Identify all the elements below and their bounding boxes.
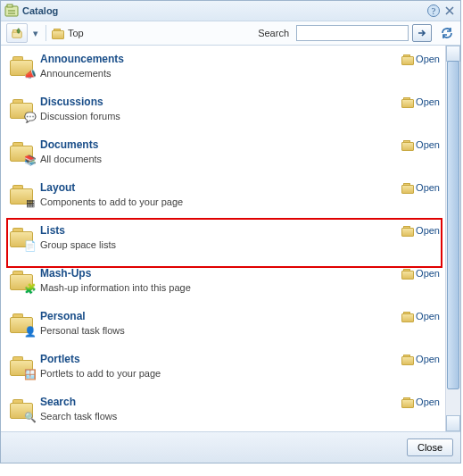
folder-icon: 🧩	[10, 268, 35, 293]
catalog-item: 📚DocumentsAll documentsOpen	[1, 134, 445, 177]
open-link[interactable]: Open	[401, 54, 440, 64]
open-label: Open	[416, 311, 440, 322]
catalog-item: 🪟PortletsPortlets to add to your pageOpe…	[1, 348, 445, 391]
item-description: Search task flows	[40, 411, 401, 422]
open-link[interactable]: Open	[401, 139, 440, 150]
toolbar: ▾ Top Search	[1, 21, 460, 46]
up-button[interactable]	[6, 23, 28, 43]
catalog-item: 🧩Mash-UpsMash-up information into this p…	[1, 263, 445, 305]
item-name-link[interactable]: Portlets	[40, 353, 401, 365]
svg-text:?: ?	[432, 6, 436, 16]
catalog-item: 🔍SearchSearch task flowsOpen	[1, 391, 445, 431]
item-name-link[interactable]: Discussions	[40, 96, 401, 108]
folder-icon: 📣	[10, 54, 35, 79]
up-button-dropdown[interactable]: ▾	[31, 25, 40, 41]
item-description: Components to add to your page	[40, 196, 401, 207]
svg-rect-1	[7, 4, 12, 7]
item-description: Discussion forums	[40, 111, 401, 121]
catalog-item: 💬DiscussionsDiscussion forumsOpen	[1, 91, 445, 134]
item-name-link[interactable]: Mash-Ups	[40, 267, 401, 280]
catalog-item: 📣AnnouncementsAnnouncementsOpen	[1, 48, 445, 91]
dialog-title: Catalog	[22, 5, 425, 16]
scroll-down-button[interactable]	[446, 415, 460, 431]
item-description: Personal task flows	[40, 325, 401, 336]
item-description: Portlets to add to your page	[40, 368, 401, 379]
catalog-dialog: Catalog ? ▾ Top Search 📣AnnouncementsAnn…	[0, 0, 461, 463]
folder-open-icon	[401, 226, 414, 237]
item-name-link[interactable]: Personal	[40, 310, 401, 322]
dialog-close-icon[interactable]	[442, 4, 457, 18]
item-description: All documents	[40, 154, 401, 164]
open-link[interactable]: Open	[401, 397, 440, 407]
catalog-item: ▦LayoutComponents to add to your pageOpe…	[1, 177, 445, 220]
item-name-link[interactable]: Announcements	[40, 53, 401, 65]
folder-icon: 📄	[10, 225, 35, 250]
content-area: 📣AnnouncementsAnnouncementsOpen💬Discussi…	[1, 46, 460, 431]
scroll-thumb[interactable]	[447, 61, 459, 389]
open-link[interactable]: Open	[401, 96, 440, 107]
open-link[interactable]: Open	[401, 225, 440, 236]
item-name-link[interactable]: Lists	[40, 224, 401, 237]
scroll-track[interactable]	[446, 61, 460, 416]
item-name-link[interactable]: Search	[40, 396, 401, 408]
open-label: Open	[416, 397, 440, 407]
item-description: Announcements	[40, 68, 401, 79]
scrollbar[interactable]	[445, 46, 460, 431]
refresh-icon[interactable]	[439, 25, 455, 41]
toolbar-separator	[45, 25, 46, 41]
search-go-button[interactable]	[412, 24, 432, 42]
open-label: Open	[416, 268, 440, 279]
titlebar: Catalog ?	[1, 1, 460, 21]
folder-icon: 🪟	[10, 354, 35, 379]
catalog-item: 👤PersonalPersonal task flowsOpen	[1, 305, 445, 348]
open-label: Open	[416, 354, 440, 364]
folder-open-icon	[401, 97, 414, 108]
open-label: Open	[416, 182, 440, 193]
open-label: Open	[416, 225, 440, 236]
close-button[interactable]: Close	[407, 438, 453, 456]
open-label: Open	[416, 54, 440, 64]
scroll-up-button[interactable]	[446, 46, 460, 62]
folder-icon: 🔍	[10, 397, 35, 422]
item-description: Mash-up information into this page	[40, 282, 401, 293]
open-label: Open	[416, 96, 440, 107]
open-link[interactable]: Open	[401, 354, 440, 364]
breadcrumb-label: Top	[68, 28, 84, 38]
catalog-icon	[4, 4, 19, 18]
item-name-link[interactable]: Documents	[40, 138, 401, 151]
folder-open-icon	[401, 54, 414, 65]
open-link[interactable]: Open	[401, 182, 440, 193]
folder-icon: 💬	[10, 96, 35, 121]
folder-icon	[52, 29, 64, 39]
item-name-link[interactable]: Layout	[40, 181, 401, 194]
catalog-item: 📄ListsGroup space listsOpen	[1, 220, 445, 263]
folder-open-icon	[401, 312, 414, 322]
folder-icon: ▦	[10, 182, 35, 207]
folder-icon: 📚	[10, 139, 35, 164]
folder-open-icon	[401, 183, 414, 194]
open-link[interactable]: Open	[401, 311, 440, 322]
folder-open-icon	[401, 355, 414, 365]
open-link[interactable]: Open	[401, 268, 440, 279]
help-icon[interactable]: ?	[426, 4, 441, 18]
catalog-list: 📣AnnouncementsAnnouncementsOpen💬Discussi…	[1, 46, 445, 431]
folder-open-icon	[401, 269, 414, 280]
dialog-footer: Close	[1, 431, 460, 463]
folder-open-icon	[401, 140, 414, 151]
breadcrumb[interactable]: Top	[52, 28, 84, 38]
open-label: Open	[416, 139, 440, 150]
search-label: Search	[258, 28, 289, 38]
search-input[interactable]	[296, 25, 409, 41]
item-description: Group space lists	[40, 239, 401, 250]
folder-icon: 👤	[10, 311, 35, 336]
folder-open-icon	[401, 397, 414, 408]
